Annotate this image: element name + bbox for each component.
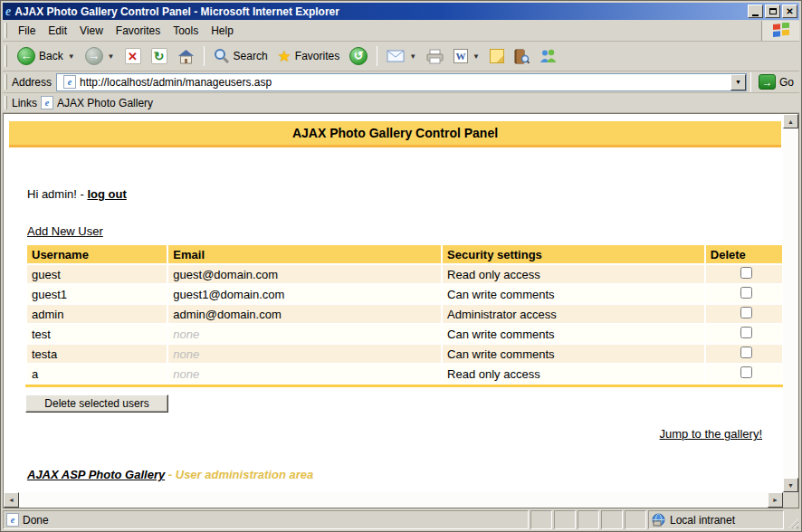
header-security: Security settings [443,245,704,263]
intranet-globe-icon [652,513,665,527]
close-button[interactable]: ✕ [782,5,797,18]
greeting-text: Hi admin! - log out [27,187,783,201]
status-pane [601,510,623,529]
toolbar-grip[interactable] [5,45,7,67]
horizontal-scrollbar[interactable]: ◄ ► [4,492,783,508]
cell-username: guest1 [27,285,167,303]
refresh-button[interactable]: ↻ [147,45,172,67]
search-icon [214,48,230,64]
resize-grip[interactable] [786,510,799,529]
mail-button[interactable]: ▼ [382,47,421,65]
users-table: Username Email Security settings Delete … [25,243,783,387]
mail-icon [387,50,405,62]
table-row: guest1 guest1@domain.com Can write comme… [27,285,782,303]
forward-button[interactable]: → ▼ [81,44,119,68]
mail-dropdown-icon[interactable]: ▼ [409,52,416,61]
cell-username: a [27,365,167,383]
scrollbar-corner [783,492,798,508]
research-button[interactable] [510,46,534,67]
cell-email: guest1@domain.com [168,285,441,303]
delete-checkbox[interactable] [740,366,752,378]
address-input[interactable] [80,75,730,90]
menu-help[interactable]: Help [205,23,240,39]
security-zone-label: Local intranet [670,514,735,527]
messenger-button[interactable] [535,46,561,66]
delete-checkbox[interactable] [740,307,752,318]
links-bar-link[interactable]: AJAX Photo Gallery [57,97,153,109]
header-username: Username [27,245,167,263]
cell-email: guest@domain.com [168,265,441,283]
document-icon: e [6,513,19,527]
address-field[interactable]: e ▼ [56,73,747,91]
discuss-button[interactable] [485,46,509,66]
messenger-icon [539,49,557,63]
page-footer: AJAX ASP Photo Gallery - User administra… [27,468,783,481]
menu-tools[interactable]: Tools [167,23,205,39]
cell-security: Can write comments [443,285,704,303]
toolbar-grip[interactable] [5,23,7,38]
go-label: Go [779,76,794,89]
edit-with-word-button[interactable]: W ▼ [449,46,484,66]
delete-checkbox[interactable] [740,287,752,299]
scroll-down-button[interactable]: ▼ [783,478,798,492]
address-bar: Address e ▼ → Go [3,71,799,93]
add-new-user-link[interactable]: Add New User [27,224,103,238]
footer-gallery-link[interactable]: AJAX ASP Photo Gallery [27,468,165,481]
cell-security: Read only access [443,265,704,283]
horizontal-scroll-track[interactable] [19,492,768,508]
scroll-up-button[interactable]: ▲ [783,114,798,128]
vertical-scrollbar[interactable]: ▲ ▼ [783,114,798,492]
back-dropdown-icon[interactable]: ▼ [68,52,75,61]
address-dropdown-button[interactable]: ▼ [730,74,746,90]
maximize-button[interactable] [765,5,780,18]
delete-checkbox[interactable] [740,327,752,338]
menu-file[interactable]: File [12,23,42,39]
search-label: Search [234,50,268,62]
jump-to-gallery-link[interactable]: Jump to the gallery! [660,427,762,441]
edit-dropdown-icon[interactable]: ▼ [473,52,480,61]
status-pane [530,510,552,529]
cell-email: none [168,345,441,363]
links-label: Links [12,97,37,109]
back-button[interactable]: ← Back ▼ [13,44,80,68]
menu-view[interactable]: View [73,23,110,39]
header-delete: Delete [706,245,782,263]
window-title: AJAX Photo Gallery Control Panel - Micro… [14,5,748,18]
toolbar-grip[interactable] [5,74,7,90]
vertical-scroll-track[interactable] [783,128,798,478]
print-button[interactable] [422,46,448,67]
scroll-left-button[interactable]: ◄ [4,492,19,508]
home-button[interactable] [173,46,199,67]
delete-checkbox[interactable] [740,267,752,279]
scroll-right-button[interactable]: ► [768,492,783,508]
favorites-button[interactable]: ★ Favorites [273,44,345,69]
back-icon: ← [17,47,35,65]
history-button[interactable]: ↺ [345,44,372,68]
minimize-button[interactable] [748,5,763,18]
cell-username: test [27,325,167,343]
minimize-icon [752,14,759,16]
status-pane [578,510,599,529]
refresh-icon: ↻ [151,48,167,64]
toolbar-grip[interactable] [5,96,7,110]
go-button[interactable]: → Go [755,74,799,90]
delete-selected-users-button[interactable]: Delete selected users [25,394,168,413]
home-icon [177,49,195,64]
menu-edit[interactable]: Edit [42,23,73,39]
search-button[interactable]: Search [209,45,272,67]
links-bar: Links e AJAX Photo Gallery [3,93,799,113]
table-row: test none Can write comments [27,325,782,343]
title-bar: e AJAX Photo Gallery Control Panel - Mic… [3,3,799,20]
cell-security: Can write comments [443,345,704,363]
cell-username: testa [27,345,167,363]
forward-dropdown-icon[interactable]: ▼ [108,52,115,61]
web-page: AJAX Photo Gallery Control Panel Hi admi… [4,114,783,492]
menu-favorites[interactable]: Favorites [110,23,167,39]
back-label: Back [39,50,63,62]
delete-checkbox[interactable] [740,347,752,358]
stop-button[interactable]: ✕ [120,45,146,67]
windows-logo-icon [761,21,799,41]
browser-window: e AJAX Photo Gallery Control Panel - Mic… [0,0,802,532]
greeting-label: Hi admin! - [27,187,87,201]
logout-link[interactable]: log out [87,187,126,201]
